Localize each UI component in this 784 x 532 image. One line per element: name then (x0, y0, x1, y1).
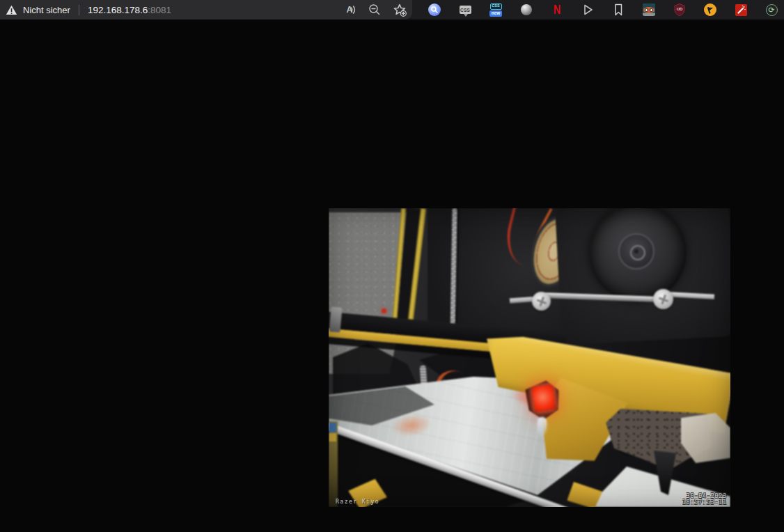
extension-ud-shield[interactable]: UD (673, 3, 687, 17)
star-plus-icon (393, 3, 407, 17)
timestamp-overlay: 30-04-2023 18:57:53-11 (682, 493, 727, 506)
css-viewer-icon: CSS (460, 6, 471, 14)
address-port: :8081 (148, 5, 171, 15)
orange-flag-icon (704, 3, 716, 16)
extension-sphere[interactable] (519, 3, 533, 17)
timestamp-date: 30-04-2023 (682, 493, 727, 499)
add-favorite-button[interactable] (393, 3, 407, 17)
extension-netflix[interactable]: N (550, 3, 564, 17)
refresh-icon: ⟳ (766, 4, 778, 16)
phillips-screw (532, 292, 551, 311)
play-icon (581, 3, 595, 17)
netflix-icon: N (554, 3, 560, 16)
extension-magic-wand[interactable] (734, 3, 748, 17)
red-led (382, 308, 386, 313)
beam-end-bracket (329, 306, 342, 332)
magic-wand-icon (735, 4, 747, 16)
extension-bookmark[interactable] (611, 3, 625, 17)
browser-window: Nicht sicher 192.168.178.6:8081 A (0, 0, 784, 532)
extension-tab-refresh[interactable]: ⟳ (765, 3, 778, 17)
address-url[interactable]: 192.168.178.6:8081 (88, 5, 171, 15)
extension-css-viewer[interactable]: CSS (458, 3, 472, 17)
zoom-out-button[interactable] (368, 3, 382, 17)
extension-goggles-avatar[interactable] (642, 3, 656, 17)
security-warning-label[interactable]: Nicht sicher (23, 5, 70, 15)
webcam-stream-image: Razer Kiyo 30-04-2023 18:57:53-11 (329, 208, 730, 507)
address-divider (79, 5, 79, 15)
extension-orange-flag[interactable] (703, 3, 717, 17)
extension-css-scan[interactable]: CSS new (489, 3, 503, 17)
css-scan-icon: CSS new (489, 3, 502, 17)
camera-name-overlay: Razer Kiyo (336, 499, 379, 505)
corner-blue-bit (329, 423, 336, 432)
extension-lens-search[interactable] (428, 3, 441, 17)
page-background: Razer Kiyo 30-04-2023 18:57:53-11 (0, 19, 784, 532)
webcam-photo-scene (329, 208, 730, 507)
extension-video-play[interactable] (581, 3, 595, 17)
zoom-out-icon (368, 3, 381, 16)
sphere-icon (521, 4, 532, 15)
address-bar[interactable]: Nicht sicher 192.168.178.6:8081 A (0, 0, 412, 19)
goggles-avatar-icon (643, 3, 655, 16)
lens-search-icon (428, 3, 441, 16)
address-host: 192.168.178.6 (88, 5, 148, 15)
read-aloud-button[interactable]: A (343, 3, 356, 17)
phillips-screw (653, 289, 673, 309)
extensions-bar: CSS CSS new N (428, 0, 778, 19)
address-bar-content: Nicht sicher 192.168.178.6:8081 A (0, 0, 412, 19)
hotend-red-glow (532, 384, 556, 412)
fan-hub (618, 233, 654, 269)
new-badge: new (489, 10, 502, 17)
bookmark-icon (611, 3, 625, 17)
browser-toolbar: Nicht sicher 192.168.178.6:8081 A (0, 0, 784, 19)
security-warning-icon (6, 5, 17, 15)
timestamp-time: 18:57:53-11 (682, 499, 727, 506)
corner-yellow-bit (329, 433, 336, 441)
address-action-group: A (343, 3, 407, 17)
